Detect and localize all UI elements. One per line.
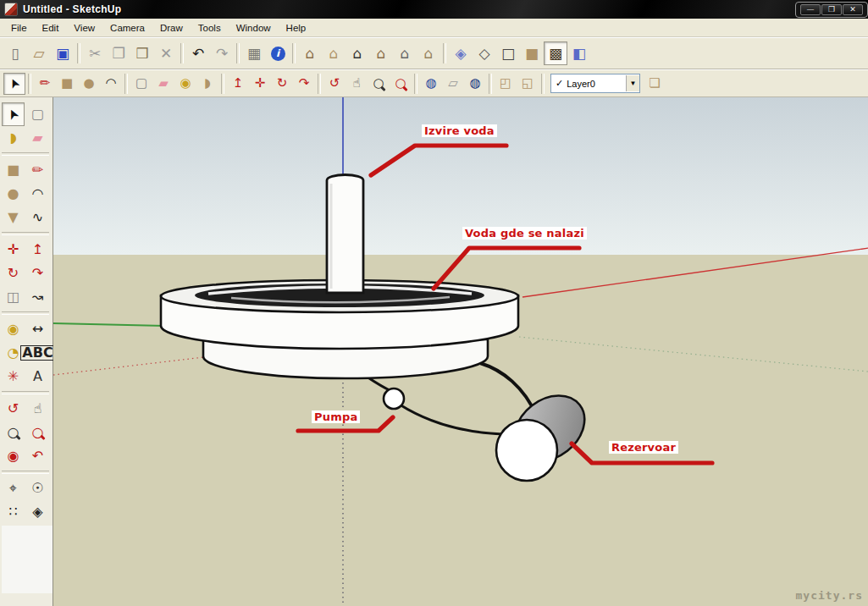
follow-me-tool-button[interactable]: ↷ — [293, 73, 315, 95]
water-pipe[interactable] — [327, 175, 363, 294]
position-camera-button[interactable]: ⌖ — [2, 477, 25, 500]
rotate-tool-button[interactable]: ↻ — [2, 262, 25, 285]
axes-tool-button[interactable]: ✳ — [2, 365, 25, 388]
arc-tool-button[interactable]: ◠ — [100, 73, 122, 95]
circle-tool-button[interactable]: ● — [2, 182, 25, 206]
zoom-extents-button[interactable]: ○ — [390, 73, 412, 95]
previous-view-button[interactable]: ↶ — [26, 444, 49, 468]
close-button[interactable]: ✕ — [843, 4, 863, 15]
view-right-button[interactable]: ⌂ — [369, 41, 393, 65]
menu-view[interactable]: View — [66, 21, 102, 35]
restore-button[interactable]: ❐ — [821, 4, 842, 15]
model-viewport[interactable]: Izvire voda Voda gde se nalazi Pumpa Rez… — [53, 97, 868, 606]
view-iso-button[interactable]: ⌂ — [298, 41, 322, 65]
layer-manager-button[interactable]: ❏ — [644, 73, 666, 95]
eraser-tool-button[interactable]: ▰ — [152, 73, 174, 95]
menu-window-label: Window — [236, 23, 271, 33]
erase-button[interactable]: ✕ — [154, 41, 178, 65]
rectangle-tool-button[interactable]: ■ — [56, 73, 78, 95]
select-tool-button[interactable]: ➤ — [3, 73, 25, 95]
style-shaded-button[interactable]: ■ — [520, 41, 544, 65]
move-tool-button[interactable]: ✛ — [2, 238, 25, 262]
circle-tool-button[interactable]: ● — [78, 73, 100, 95]
minimize-button[interactable]: — — [800, 4, 821, 15]
menu-tools[interactable]: Tools — [191, 21, 229, 35]
tape-measure-button[interactable]: ◉ — [2, 317, 25, 341]
undo-icon: ↶ — [192, 47, 204, 61]
print-button[interactable]: ▦ — [242, 41, 266, 65]
arc-tool-button[interactable]: ◠ — [26, 182, 49, 206]
menu-camera[interactable]: Camera — [102, 21, 152, 35]
pan-tool-button[interactable]: ☝ — [26, 397, 49, 421]
walk-tool-button[interactable]: ∷ — [2, 500, 25, 524]
orbit-tool-button[interactable]: ↺ — [323, 73, 346, 95]
style-shaded-textures-button[interactable]: ▩ — [544, 41, 567, 65]
text-tool-button[interactable]: ABC — [26, 341, 49, 365]
open-model-button[interactable]: ▱ — [27, 41, 51, 65]
polygon-tool-button[interactable]: ▼ — [2, 206, 25, 229]
model-info-button[interactable]: i — [266, 41, 290, 65]
view-front-button[interactable]: ⌂ — [346, 41, 369, 65]
menu-window[interactable]: Window — [229, 21, 279, 35]
style-wireframe-button[interactable]: ◇ — [473, 41, 496, 65]
section-plane-button[interactable]: ▱ — [442, 73, 464, 95]
line-tool-button[interactable]: ✏ — [26, 158, 49, 182]
paint-bucket-button[interactable]: ◗ — [196, 73, 218, 95]
select-tool-button[interactable]: ➤ — [2, 102, 25, 126]
zoom-tool-button[interactable]: ○ — [2, 421, 25, 444]
rectangle-tool-button[interactable]: ■ — [2, 158, 25, 182]
menu-draw[interactable]: Draw — [152, 21, 191, 35]
make-component-button[interactable]: ▢ — [130, 73, 152, 95]
pump-ball[interactable] — [384, 388, 404, 409]
menu-help[interactable]: Help — [279, 21, 314, 35]
share-model-button[interactable]: ◱ — [517, 73, 539, 95]
tape-measure-button[interactable]: ◉ — [174, 73, 196, 95]
style-xray-button[interactable]: ◈ — [449, 41, 473, 65]
view-top-button[interactable]: ⌂ — [322, 41, 346, 65]
view-left-button[interactable]: ⌂ — [417, 41, 440, 65]
layer-dropdown-arrow[interactable]: ▼ — [626, 75, 639, 91]
menu-edit[interactable]: Edit — [35, 21, 67, 35]
scale-tool-button[interactable]: ↝ — [26, 285, 49, 309]
new-document-button[interactable]: ▯ — [3, 41, 27, 65]
eraser-tool-button[interactable]: ▰ — [26, 126, 49, 150]
layer-select[interactable]: ✓ Layer0 ▼ — [550, 74, 640, 93]
next-view-button[interactable]: ◍ — [464, 73, 486, 95]
undo-button[interactable]: ↶ — [186, 41, 210, 65]
previous-view-button[interactable]: ◍ — [420, 73, 442, 95]
zoom-extents-button[interactable]: ○ — [26, 421, 49, 444]
section-compass-button[interactable]: ◈ — [26, 500, 49, 524]
title-bar[interactable]: Untitled - SketchUp —❐✕ — [0, 0, 868, 19]
make-component-button[interactable]: ▢ — [26, 102, 49, 126]
cut-button[interactable]: ✂ — [83, 41, 107, 65]
push-pull-tool-button[interactable]: ↥ — [26, 238, 49, 262]
move-tool-button[interactable]: ✛ — [249, 73, 271, 95]
rotate-tool-button[interactable]: ↻ — [271, 73, 293, 95]
zoom-tool-button[interactable]: ○ — [368, 73, 390, 95]
zoom-window-icon: ◉ — [8, 449, 19, 463]
follow-me-tool-button[interactable]: ↷ — [26, 262, 49, 285]
select-tool-icon: ➤ — [7, 76, 23, 91]
menu-file[interactable]: File — [3, 21, 35, 35]
push-pull-tool-button[interactable]: ↥ — [227, 73, 249, 95]
offset-tool-button[interactable]: ◫ — [2, 285, 25, 309]
zoom-window-button[interactable]: ◉ — [2, 444, 25, 468]
pan-tool-button[interactable]: ☝ — [346, 73, 368, 95]
orbit-tool-button[interactable]: ↺ — [2, 397, 25, 421]
freehand-tool-button[interactable]: ∿ — [26, 206, 49, 229]
copy-button[interactable]: ❐ — [107, 41, 130, 65]
style-monochrome-button[interactable]: ◧ — [567, 41, 591, 65]
line-tool-button[interactable]: ✏ — [34, 73, 56, 95]
save-model-button[interactable]: ▣ — [51, 41, 75, 65]
look-around-button[interactable]: ☉ — [26, 477, 49, 500]
3d-text-tool-button[interactable]: A — [26, 365, 49, 388]
view-back-button[interactable]: ⌂ — [393, 41, 417, 65]
paint-bucket-button[interactable]: ◗ — [2, 126, 25, 150]
dimension-tool-button[interactable]: ↔ — [26, 317, 49, 341]
3d-scene[interactable] — [53, 97, 868, 606]
menu-bar: FileEditViewCameraDrawToolsWindowHelp — [0, 19, 868, 37]
style-hidden-line-button[interactable]: □ — [496, 41, 520, 65]
get-models-button[interactable]: ◰ — [495, 73, 517, 95]
redo-button[interactable]: ↷ — [210, 41, 234, 65]
paste-button[interactable]: ❒ — [130, 41, 154, 65]
